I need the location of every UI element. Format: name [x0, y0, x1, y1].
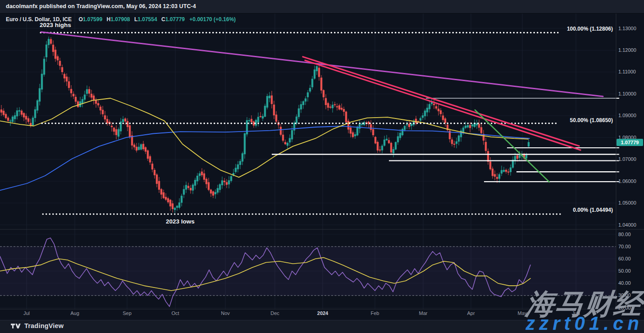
tradingview-brand[interactable]: TradingView	[11, 322, 64, 329]
open-value: 1.07599	[83, 16, 102, 23]
price-axis-label: 1.11000	[618, 69, 636, 74]
price-axis-label: 1.07000	[618, 156, 636, 162]
rsi-axis-label: 80.00	[618, 232, 631, 237]
close-label: C	[161, 16, 165, 23]
price-axis-label: 1.12000	[618, 47, 636, 53]
price-axis-label: 1.04000	[618, 222, 636, 228]
tradingview-logo-icon	[11, 323, 21, 329]
time-axis-label-dec: Dec	[270, 310, 279, 316]
close-value: 1.07779	[165, 16, 185, 23]
high-label: H	[106, 16, 110, 23]
open-label: O	[78, 16, 82, 23]
time-axis-label-oct: Oct	[171, 310, 179, 316]
tradingview-chart-page: dacolmanfx published on TradingView.com,…	[0, 0, 644, 333]
low-value: 1.07554	[137, 16, 157, 23]
rsi-axis-label: 70.00	[618, 244, 631, 249]
annotation-2023-highs: 2023 highs	[40, 22, 71, 28]
change-value: +0.00170 (+0.16%)	[189, 16, 236, 23]
attribution-text: dacolmanfx published on TradingView.com,…	[6, 3, 196, 9]
chart-canvas[interactable]	[0, 0, 644, 333]
price-axis-label: 1.13000	[618, 26, 636, 31]
last-price-badge: 1.07779	[617, 139, 643, 146]
annotation-2023-lows: 2023 lows	[166, 218, 195, 225]
rsi-axis-label: 50.00	[618, 268, 631, 274]
tradingview-brand-text: TradingView	[24, 322, 64, 329]
fib-label-100: 100.00% (1.12806)	[567, 26, 613, 32]
fib-label-0: 0.00% (1.04494)	[573, 207, 613, 213]
time-axis-label-jul: Jul	[23, 310, 30, 316]
time-axis-label-apr: Apr	[467, 310, 475, 316]
time-axis-label-aug: Aug	[70, 310, 79, 316]
time-axis-label-feb: Feb	[371, 310, 379, 316]
time-axis-label-mar: Mar	[419, 310, 428, 316]
time-axis-label-nov: Nov	[221, 310, 230, 316]
fib-label-50: 50.00% (1.08650)	[570, 117, 613, 123]
price-axis-label: 1.05000	[618, 200, 636, 205]
price-axis-label: 1.10000	[618, 91, 636, 96]
price-axis-label: 1.09000	[618, 113, 636, 118]
time-axis-label-sep: Sep	[123, 310, 132, 316]
time-axis-label-2024: 2024	[317, 310, 328, 316]
high-value: 1.07908	[110, 16, 130, 23]
rsi-axis-label: 60.00	[618, 256, 631, 261]
watermark-url: zzrt01.cn	[525, 313, 643, 333]
price-axis-label: 1.06000	[618, 178, 636, 184]
